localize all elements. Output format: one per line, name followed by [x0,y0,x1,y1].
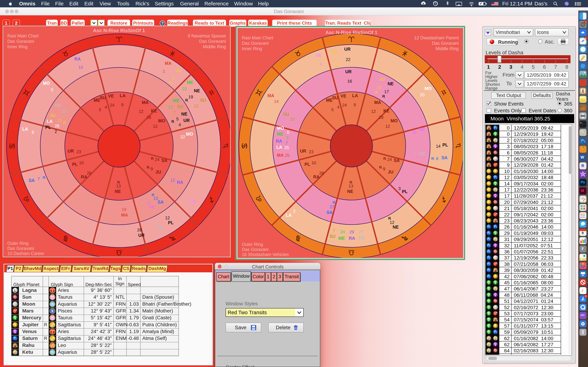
svg-text:Das Goravani: Das Goravani [7,39,34,44]
svg-text:10: 10 [79,160,84,165]
svg-text:SU: SU [283,112,289,117]
svg-text:R: R [151,156,154,160]
svg-text:28: 28 [379,115,384,120]
svg-text:SU: SU [200,98,206,103]
svg-text:5: 5 [320,62,322,67]
svg-text:UR: UR [138,233,145,238]
svg-text:Outer Ring: Outer Ring [7,241,28,246]
svg-text:24: 24 [387,157,392,162]
svg-text:Inner Ring: Inner Ring [242,46,262,51]
svg-text:10: 10 [311,160,316,165]
svg-text:6: 6 [32,130,34,134]
svg-text:19: 19 [377,85,381,90]
svg-text:12: 12 [371,109,376,114]
svg-text:25: 25 [333,58,338,63]
svg-text:R: R [375,90,378,94]
svg-text:JU: JU [388,169,393,175]
svg-text:NE: NE [393,225,399,229]
svg-text:17: 17 [384,89,389,94]
svg-text:26: 26 [412,130,417,134]
svg-text:KE: KE [157,226,163,231]
svg-text:MO: MO [158,118,165,123]
svg-text:25: 25 [284,145,289,150]
svg-text:10: 10 [155,221,159,226]
svg-text:VE: VE [190,199,196,204]
svg-text:24: 24 [110,103,115,108]
svg-text:12: 12 [153,124,158,129]
svg-text:MA: MA [277,153,284,158]
svg-text:JU: JU [176,68,181,73]
svg-text:10 Dasham Career: 10 Dasham Career [7,251,44,256]
svg-text:1: 1 [163,69,165,74]
svg-text:R: R [431,156,434,160]
svg-text:VE: VE [419,127,424,132]
svg-text:RA: RA [313,175,320,179]
svg-text:MO: MO [186,132,193,136]
svg-text:3: 3 [286,136,288,140]
svg-text:R: R [379,165,382,169]
svg-text:ME: ME [338,236,345,241]
svg-text:VE: VE [316,53,321,58]
svg-text:24: 24 [155,157,160,162]
svg-text:12: 12 [171,178,175,183]
svg-text:JU: JU [156,169,161,175]
svg-text:16: 16 [347,79,352,83]
svg-text:LA: LA [22,126,28,131]
svg-text:R: R [117,180,120,184]
svg-text:Inner Ring: Inner Ring [7,44,27,49]
svg-text:R: R [382,94,385,98]
svg-text:LA: LA [120,93,125,98]
svg-text:PL: PL [72,162,78,167]
svg-text:SA: SA [394,158,400,163]
svg-text:10: 10 [78,65,83,70]
svg-text:7: 7 [285,141,288,145]
svg-text:6: 6 [436,156,438,161]
svg-text:14: 14 [436,144,441,149]
svg-text:9: 9 [150,167,153,171]
svg-text:3: 3 [398,186,401,191]
svg-text:ME: ME [187,80,193,85]
svg-text:NE: NE [347,189,353,194]
svg-text:5: 5 [331,107,334,112]
svg-text:MO: MO [424,86,432,91]
svg-text:4: 4 [337,105,339,109]
svg-text:9: 9 [121,102,123,107]
svg-text:SU: SU [100,95,106,100]
svg-text:RA: RA [177,180,183,185]
svg-text:13: 13 [349,184,353,188]
svg-text:LA: LA [47,119,52,124]
svg-text:28: 28 [147,115,151,120]
svg-text:21: 21 [57,118,62,123]
svg-text:UR: UR [345,69,352,74]
svg-text:VE: VE [340,93,346,98]
svg-text:27: 27 [330,204,334,209]
svg-text:VE: VE [108,93,114,98]
svg-text:7: 7 [173,110,175,115]
svg-text:MO: MO [277,126,284,131]
svg-text:Das Goravani: Das Goravani [432,41,459,46]
svg-text:KE: KE [359,235,365,240]
svg-text:12 Dwadasham Parent: 12 Dwadasham Parent [414,35,459,40]
svg-text:RA: RA [276,139,282,143]
svg-text:Rasi Main Chart: Rasi Main Chart [7,33,39,38]
svg-text:MA: MA [142,100,149,105]
svg-text:MA: MA [165,61,172,66]
svg-text:KE: KE [419,151,425,156]
svg-text:7: 7 [186,197,188,201]
svg-text:7: 7 [333,228,335,233]
svg-text:28: 28 [319,171,324,175]
svg-text:SA: SA [327,210,333,215]
svg-text:14: 14 [274,99,279,104]
svg-text:KE: KE [383,108,389,113]
svg-text:R: R [388,216,391,220]
svg-text:KE: KE [151,108,157,113]
svg-text:9: 9 [354,102,356,107]
svg-text:7: 7 [414,152,416,157]
svg-text:ME: ME [94,98,100,103]
svg-text:MA: MA [374,100,381,105]
svg-text:Middle Ring: Middle Ring [436,46,459,51]
svg-text:R: R [185,98,188,102]
svg-text:VE: VE [149,204,155,209]
svg-text:23: 23 [309,150,314,154]
svg-text:24: 24 [342,103,347,108]
